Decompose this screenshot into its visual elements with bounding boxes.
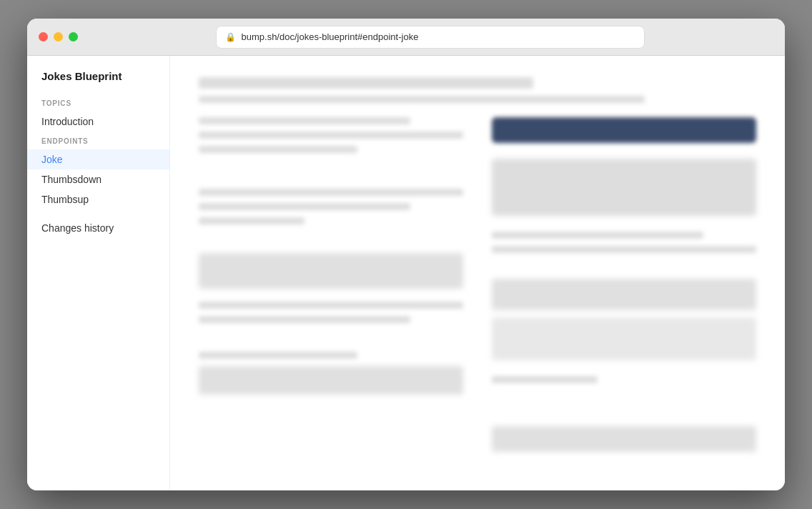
maximize-button[interactable] — [69, 32, 78, 41]
sidebar: Jokes Blueprint TOPICS Introduction ENDP… — [27, 56, 170, 490]
right-sub-block-1 — [492, 159, 756, 216]
right-header-block — [492, 117, 756, 143]
main-panel[interactable] — [170, 56, 785, 490]
left-line-9 — [199, 352, 357, 359]
sidebar-item-joke[interactable]: Joke — [27, 149, 169, 169]
left-line-6 — [199, 217, 304, 224]
page-heading-area — [199, 77, 756, 103]
topics-section-label: TOPICS — [27, 94, 169, 112]
left-column — [199, 117, 463, 452]
close-button[interactable] — [39, 32, 48, 41]
heading-line-1 — [199, 77, 533, 89]
title-bar: 🔒 bump.sh/doc/jokes-blueprint#endpoint-j… — [27, 19, 785, 56]
address-bar[interactable]: 🔒 bump.sh/doc/jokes-blueprint#endpoint-j… — [216, 26, 645, 49]
left-line-7 — [199, 302, 463, 309]
right-line-3 — [492, 376, 598, 383]
left-line-3 — [199, 146, 357, 153]
content-area: Jokes Blueprint TOPICS Introduction ENDP… — [27, 56, 785, 490]
sidebar-item-changes-history[interactable]: Changes history — [27, 218, 169, 238]
left-line-8 — [199, 316, 410, 323]
left-spacer3 — [199, 330, 463, 345]
left-line-1 — [199, 117, 410, 124]
sidebar-item-thumbsdown[interactable]: Thumbsdown — [27, 169, 169, 189]
right-block-2 — [492, 426, 756, 452]
right-line-2 — [492, 246, 756, 253]
left-block-2 — [199, 366, 463, 395]
sidebar-item-thumbsup[interactable]: Thumbsup — [27, 189, 169, 209]
left-block-1 — [199, 253, 463, 289]
left-spacer2 — [199, 232, 463, 246]
sidebar-title: Jokes Blueprint — [27, 70, 169, 94]
right-column — [492, 117, 756, 452]
right-spacer2 — [492, 390, 756, 419]
right-sub-block-2 — [492, 317, 756, 360]
left-spacer — [199, 160, 463, 182]
left-line-2 — [199, 132, 463, 139]
right-block-1 — [492, 279, 756, 310]
right-spacer — [492, 260, 756, 272]
browser-window: 🔒 bump.sh/doc/jokes-blueprint#endpoint-j… — [27, 19, 785, 490]
heading-line-2 — [199, 96, 645, 103]
left-line-4 — [199, 189, 463, 196]
endpoints-section-label: ENDPOINTS — [27, 132, 169, 149]
main-columns — [199, 117, 756, 452]
url-text: bump.sh/doc/jokes-blueprint#endpoint-jok… — [242, 31, 635, 42]
minimize-button[interactable] — [54, 32, 63, 41]
right-line-1 — [492, 232, 703, 239]
lock-icon: 🔒 — [225, 32, 236, 42]
traffic-lights — [39, 32, 78, 41]
sidebar-item-introduction[interactable]: Introduction — [27, 112, 169, 132]
left-line-5 — [199, 203, 410, 210]
